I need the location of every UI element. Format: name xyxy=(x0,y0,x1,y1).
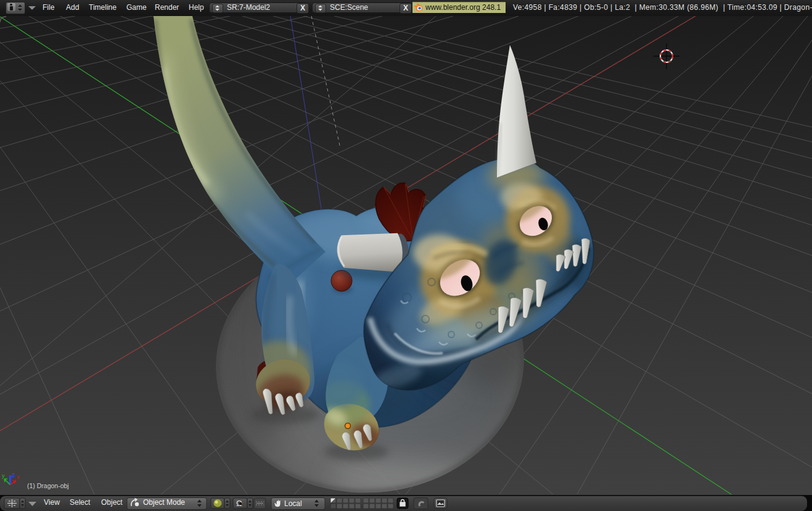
svg-text:y: y xyxy=(2,473,5,479)
svg-text:Local: Local xyxy=(284,499,302,508)
svg-text:x: x xyxy=(17,474,20,480)
svg-text:(1) Dragon-obj: (1) Dragon-obj xyxy=(27,482,69,489)
svg-text:Z: Z xyxy=(12,472,15,478)
